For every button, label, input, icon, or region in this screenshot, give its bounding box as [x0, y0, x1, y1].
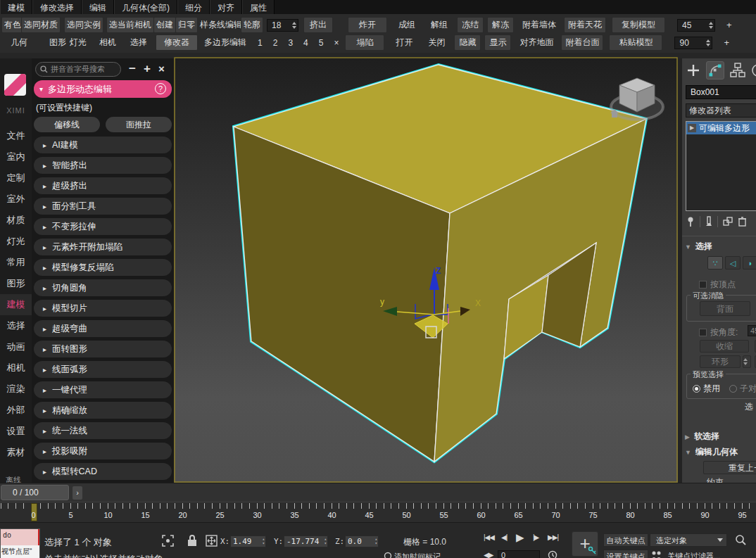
modifier-list-dropdown[interactable]: 修改器列表 [686, 103, 756, 118]
toolbar-item[interactable]: 复制模型 [612, 17, 665, 33]
y-coord-field[interactable]: -17.774▴▾ [284, 535, 328, 547]
edge-mode-button[interactable]: ◁ [725, 256, 741, 270]
modify-tab-icon[interactable] [706, 61, 724, 80]
toolbar-item[interactable]: 解组 [431, 18, 448, 32]
polygon-dynamic-edit-header[interactable]: ▾ 多边形动态编辑 ? [34, 80, 172, 98]
object-name-field[interactable]: Box001 [686, 85, 756, 99]
show-end-result-icon[interactable] [705, 216, 713, 227]
toolbar-item[interactable]: 显示 [484, 34, 511, 51]
sidebar-item[interactable]: 文件 [0, 125, 32, 146]
current-frame-field[interactable]: 0 [498, 550, 540, 558]
help-icon[interactable]: ? [155, 83, 166, 94]
panel-item[interactable]: ▸模型切片 [34, 300, 172, 317]
key-filters-label[interactable]: 关键点过滤器... [667, 551, 720, 558]
script-line[interactable]: 视节点层“ [1, 545, 39, 558]
collapse-all-button[interactable]: − [129, 62, 136, 76]
panel-item[interactable]: ▸面分割工具 [34, 198, 172, 215]
toolbar-item[interactable]: 1 [258, 37, 263, 49]
toolbar-item[interactable]: 冻结 [457, 17, 484, 33]
repeat-last-button[interactable]: 重复上一 [703, 461, 756, 474]
next-frame-button[interactable]: › [73, 486, 82, 500]
edit-geometry-rollout-header[interactable]: ▼编辑几何体 [685, 446, 738, 458]
toolbar-item[interactable]: 3 [288, 37, 293, 49]
toolbar-item[interactable]: 隐藏 [454, 34, 481, 51]
by-vertex-checkbox[interactable]: 按顶点 [699, 279, 736, 291]
sidebar-item[interactable]: 素材 [0, 442, 32, 463]
search-input[interactable]: 拼音首字母搜索 [35, 62, 121, 77]
previous-frame-button[interactable]: ◀| [501, 533, 507, 541]
sidebar-item[interactable]: 选择 [0, 315, 32, 336]
toolbar-item[interactable]: 对齐地面 [519, 35, 553, 50]
panel-item[interactable]: ▸AI建模 [34, 137, 172, 153]
toolbar-item[interactable]: 多边形编辑 [204, 35, 246, 50]
panel-item[interactable]: ▸模型修复反塌陷 [34, 259, 172, 276]
selection-filter-dropdown[interactable]: 选定对象 [650, 533, 727, 547]
menu-item[interactable]: 编辑 [82, 0, 114, 14]
time-config-icon[interactable] [548, 550, 557, 558]
toolbar-item[interactable]: 18 [267, 19, 298, 32]
sidebar-item[interactable]: 灯光 [0, 231, 32, 252]
quick-button[interactable]: 偏移线 [34, 117, 100, 132]
panel-item[interactable]: ▸一键代理 [34, 381, 172, 398]
toolbar-item[interactable]: 创建 [153, 17, 176, 33]
isolate-selection-icon[interactable] [162, 535, 174, 547]
toolbar-item[interactable]: 附着墙体 [522, 18, 556, 32]
preview-subobject-radio[interactable]: 子对 [729, 383, 756, 395]
menu-item[interactable]: 细分 [177, 0, 210, 14]
spinner-arrows[interactable] [706, 39, 710, 46]
menu-item[interactable]: 建模 [0, 0, 32, 14]
sidebar-item[interactable]: 常用 [0, 252, 32, 273]
toolbar-item[interactable]: + [726, 18, 732, 32]
stack-item-editable-poly[interactable]: ▶ 可编辑多边形 [686, 122, 756, 134]
backface-button[interactable]: 背面 [700, 301, 750, 316]
angle-field[interactable]: 45 [748, 325, 756, 336]
zoom-icon[interactable] [735, 534, 747, 546]
toolbar-item[interactable]: 归零 [175, 17, 198, 33]
play-button[interactable]: ▶ [516, 531, 524, 544]
spinner-arrows[interactable] [292, 22, 296, 29]
toolbar-item[interactable]: 粘贴模型 [609, 34, 662, 51]
toolbar-item[interactable]: 成组 [398, 18, 415, 32]
go-to-end-button[interactable]: ▶▶| [548, 533, 558, 541]
time-slider-handle[interactable]: 0 / 100 [1, 485, 69, 500]
toolbar-item[interactable]: 关闭 [428, 35, 445, 50]
add-time-tag[interactable]: 添加时间标记 [394, 552, 441, 558]
toolbar-item[interactable]: 炸开 [348, 17, 387, 33]
toolbar-item[interactable]: 样条线编辑 [200, 18, 242, 32]
key-filter-icon[interactable] [651, 550, 662, 558]
toolbar-item[interactable]: 2 [273, 37, 278, 49]
toolbar-item[interactable]: × [334, 37, 339, 49]
shrink-button[interactable]: 收缩 [700, 340, 749, 353]
sidebar-item[interactable]: 外部 [0, 400, 32, 421]
toolbar-item[interactable]: 附着台面 [561, 34, 603, 51]
make-unique-icon[interactable] [722, 216, 733, 227]
sidebar-item[interactable]: 动画 [0, 336, 32, 357]
sidebar-item[interactable]: 材质 [0, 210, 32, 231]
sidebar-item[interactable]: 渲染 [0, 379, 32, 400]
panel-item[interactable]: ▸元素炸开附加塌陷 [34, 239, 172, 255]
toolbar-item[interactable]: 几何 [11, 35, 27, 50]
toolbar-item[interactable]: 灯光 [70, 35, 87, 50]
toolbar-item[interactable]: 4 [303, 37, 308, 49]
menu-item[interactable]: 对齐 [210, 0, 242, 14]
sidebar-item[interactable]: 相机 [0, 357, 32, 379]
panel-item[interactable]: ▸超级挤出 [34, 177, 172, 194]
panel-item[interactable]: ▸投影吸附 [34, 443, 172, 459]
toolbar-item[interactable]: 45 [677, 19, 715, 32]
create-tab-icon[interactable] [686, 63, 701, 78]
maxscript-mini-listener[interactable]: do 视节点层“ [0, 528, 40, 558]
track-bar[interactable]: 05101520253035404550556065707580859095 [0, 502, 756, 523]
sidebar-item[interactable]: 设置 [0, 421, 32, 442]
x-coord-field[interactable]: 1.49▴▾ [230, 535, 266, 547]
preview-disable-radio[interactable]: 禁用 [693, 383, 720, 395]
quick-button[interactable]: 面推拉 [106, 117, 172, 132]
key-step-icon[interactable]: ◀▶ [484, 551, 493, 558]
toolbar-item[interactable]: 选同实例 [64, 17, 103, 33]
toolbar-item[interactable]: 5 [319, 37, 324, 49]
toolbar-item[interactable]: 相机 [99, 35, 116, 50]
sidebar-item[interactable]: 定制 [0, 167, 32, 189]
close-panel-button[interactable]: × [158, 62, 165, 76]
ring-spinner[interactable] [743, 355, 751, 368]
macro-recorder-line[interactable]: do [1, 529, 39, 545]
sidebar-item[interactable]: 室内 [0, 146, 32, 167]
